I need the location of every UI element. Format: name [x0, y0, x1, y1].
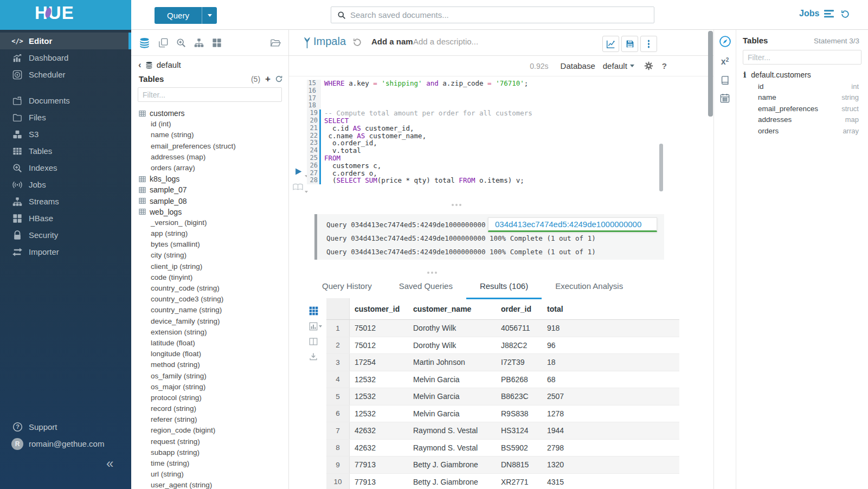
sidebar-item-dashboard[interactable]: Dashboard	[0, 49, 131, 66]
active-table-row[interactable]: i default.customers	[736, 65, 868, 81]
sidebar-item-editor[interactable]: </>Editor	[0, 33, 131, 49]
table-item[interactable]: k8s_logs	[131, 173, 288, 184]
databases-icon[interactable]	[139, 37, 150, 48]
sidebar-item-s3[interactable]: S3	[0, 126, 131, 143]
grid-view-icon[interactable]	[309, 306, 322, 316]
column-item[interactable]: client_ip (string)	[131, 261, 288, 272]
schedule-icon[interactable]	[714, 93, 736, 103]
sidebar-item-documents[interactable]: Documents	[0, 92, 131, 109]
download-icon[interactable]	[309, 352, 322, 361]
column-header[interactable]: customer_id	[350, 305, 408, 313]
table-row[interactable]: 742632Raymond S. VestalHS31241944	[326, 422, 679, 440]
hue-logo[interactable]: HUE	[0, 0, 131, 30]
sidebar-item-jobs[interactable]: Jobs	[0, 176, 131, 193]
column-item[interactable]: city (string)	[131, 250, 288, 261]
column-item[interactable]: id (int)	[131, 119, 288, 130]
table-item[interactable]: sample_08	[131, 196, 288, 207]
column-item[interactable]: email_preferencesstruct	[736, 103, 868, 114]
presentation-mode-icon[interactable]	[293, 183, 303, 191]
sidebar-item-support[interactable]: ? Support	[0, 419, 131, 435]
table-row[interactable]: 275012Dorothy WilkJ882C296	[326, 337, 679, 355]
column-item[interactable]: record (string)	[131, 403, 288, 414]
column-item[interactable]: subapp (string)	[131, 447, 288, 458]
editor-scrollbar[interactable]	[659, 144, 663, 191]
query-type-dropdown[interactable]	[202, 7, 217, 24]
column-header[interactable]: total	[542, 305, 679, 313]
table-row[interactable]: 175012Dorothy Wilk4056711918	[326, 320, 679, 337]
table-row[interactable]: 512532Melvin GarciaB8623C2507	[326, 388, 679, 406]
refresh-icon[interactable]	[275, 75, 283, 83]
column-item[interactable]: country_code3 (string)	[131, 294, 288, 305]
sidebar-collapse-button[interactable]: «	[106, 456, 113, 471]
main-scrollbar[interactable]	[708, 31, 713, 117]
column-item[interactable]: device_family (string)	[131, 316, 288, 327]
search-plus-icon[interactable]	[176, 38, 186, 48]
table-row[interactable]: 612532Melvin GarciaR9S8381278	[326, 406, 679, 423]
document-search[interactable]	[331, 7, 654, 23]
database-select[interactable]: default	[603, 61, 634, 70]
gear-icon[interactable]	[644, 61, 653, 70]
column-item[interactable]: name (string)	[131, 130, 288, 140]
help-icon[interactable]: ?	[662, 61, 667, 70]
jobs-link[interactable]: Jobs	[799, 9, 834, 18]
column-item[interactable]: code (tinyint)	[131, 272, 288, 283]
add-table-icon[interactable]: +	[265, 75, 271, 83]
table-row[interactable]: 1077913Betty J. GiambroneXR27714315	[326, 474, 679, 489]
column-item[interactable]: protocol (string)	[131, 393, 288, 403]
functions-icon[interactable]: x2	[714, 57, 736, 67]
chart-view-icon[interactable]	[309, 322, 322, 331]
tab-results-106[interactable]: Results (106)	[466, 274, 542, 299]
sidebar-item-streams[interactable]: Streams	[0, 193, 131, 210]
table-item[interactable]: customers	[131, 108, 288, 119]
chart-button[interactable]	[602, 36, 619, 52]
sidebar-user[interactable]: R romain@gethue.com	[0, 435, 131, 452]
table-row[interactable]: 842632Raymond S. VestalBS59022798	[326, 440, 679, 457]
column-item[interactable]: extension (string)	[131, 327, 288, 338]
column-item[interactable]: addresses (map)	[131, 152, 288, 163]
apps-grid-icon[interactable]	[212, 38, 222, 48]
column-header[interactable]: order_id	[496, 305, 542, 313]
tab-execution-analysis[interactable]: Execution Analysis	[542, 274, 636, 299]
column-item[interactable]: app (string)	[131, 228, 288, 239]
column-item[interactable]: ordersarray	[736, 125, 868, 137]
column-item[interactable]: region_code (bigint)	[131, 425, 288, 436]
sql-editor[interactable]: 1516171819202122232425262728 WHERE a.key…	[289, 76, 713, 206]
column-item[interactable]: time (string)	[131, 458, 288, 469]
table-filter-input[interactable]	[138, 87, 282, 102]
new-query-button[interactable]: Query	[155, 7, 217, 24]
column-item[interactable]: country_code (string)	[131, 283, 288, 294]
sidebar-item-files[interactable]: Files	[0, 109, 131, 126]
query-versions-icon[interactable]	[352, 37, 362, 47]
table-item[interactable]: web_logs	[131, 207, 288, 217]
folder-open-icon[interactable]	[270, 38, 281, 48]
tab-query-history[interactable]: Query History	[308, 274, 385, 299]
table-row[interactable]: 317254Martin JohnsonI72T3918	[326, 354, 679, 371]
column-item[interactable]: method (string)	[131, 359, 288, 370]
column-item[interactable]: addressesmap	[736, 114, 868, 126]
editor-assistant-icon[interactable]	[714, 35, 736, 48]
sidebar-item-scheduler[interactable]: Scheduler	[0, 66, 131, 83]
table-item[interactable]: sample_07	[131, 184, 288, 195]
editor-code[interactable]: WHERE a.key = 'shipping' and a.zip_code …	[324, 80, 700, 184]
column-item[interactable]: namestring	[736, 92, 868, 104]
database-name[interactable]: default	[157, 60, 181, 69]
sidebar-item-hbase[interactable]: HBase	[0, 210, 131, 227]
column-item[interactable]: idint	[736, 81, 868, 92]
column-item[interactable]: bytes (smallint)	[131, 239, 288, 250]
column-item[interactable]: referer (string)	[131, 414, 288, 425]
sidebar-item-importer[interactable]: Importer	[0, 243, 131, 260]
resize-handle[interactable]	[452, 204, 454, 206]
column-item[interactable]: request (string)	[131, 436, 288, 447]
sidebar-item-indexes[interactable]: Indexes	[0, 159, 131, 176]
documents-tab-icon[interactable]	[158, 38, 168, 48]
column-item[interactable]: latitude (float)	[131, 338, 288, 349]
query-history-icon[interactable]	[840, 9, 850, 19]
right-filter-input[interactable]	[743, 50, 861, 65]
sitemap-icon[interactable]	[194, 38, 204, 48]
columns-view-icon[interactable]	[309, 337, 322, 346]
execute-button[interactable]	[294, 168, 303, 176]
back-chevron-icon[interactable]: ‹	[138, 61, 142, 69]
column-item[interactable]: _version_ (bigint)	[131, 217, 288, 228]
table-row[interactable]: 977913Betty J. GiambroneDN88151320	[326, 456, 679, 474]
more-actions-button[interactable]	[640, 36, 657, 52]
